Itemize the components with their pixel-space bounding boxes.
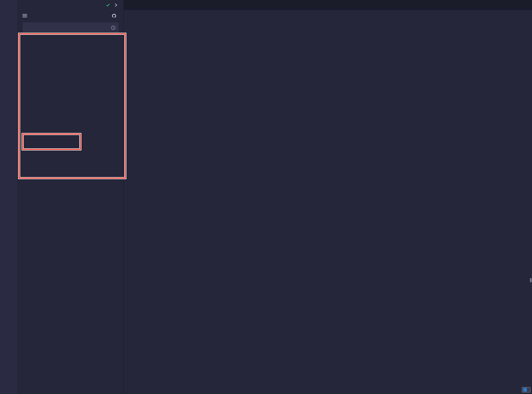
activity-bar bbox=[0, 0, 17, 394]
code-editor[interactable] bbox=[123, 10, 532, 394]
workspace-select[interactable] bbox=[22, 22, 119, 33]
check-icon bbox=[106, 3, 110, 7]
editor-topbar bbox=[123, 0, 532, 10]
github-icon bbox=[112, 14, 116, 18]
workspace-switch-icon bbox=[111, 26, 116, 30]
file-explorer-panel bbox=[17, 0, 124, 394]
annotely-logo-icon bbox=[523, 388, 527, 392]
sign-in-button[interactable] bbox=[112, 14, 118, 18]
workspaces-menu-icon[interactable] bbox=[22, 14, 27, 18]
chevron-right-icon[interactable] bbox=[114, 3, 118, 7]
file-explorer-header bbox=[17, 0, 123, 10]
scrollbar-thumb[interactable] bbox=[530, 278, 532, 282]
editor-scrollbar[interactable] bbox=[530, 10, 532, 394]
watermark bbox=[522, 387, 530, 392]
